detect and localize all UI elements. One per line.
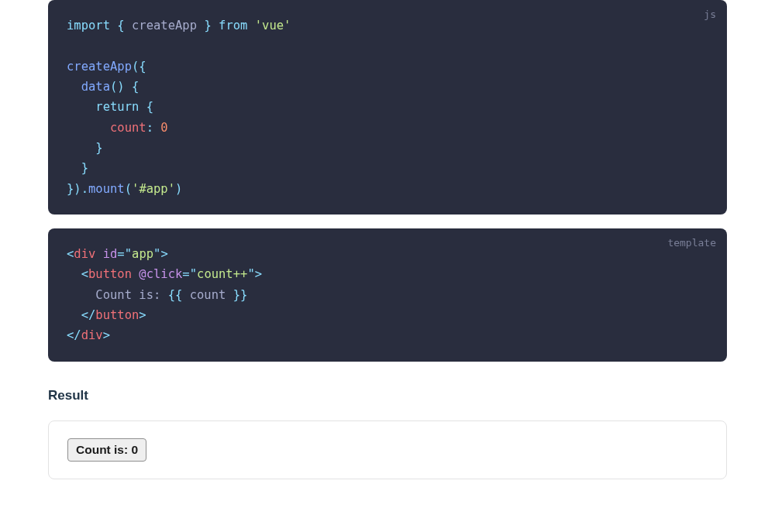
- result-box: Count is: 0: [48, 420, 727, 479]
- code-content-js: import { createApp } from 'vue' createAp…: [67, 15, 708, 199]
- code-lang-label-js: js: [704, 6, 716, 23]
- code-lang-label-template: template: [667, 235, 716, 252]
- result-heading: Result: [48, 388, 727, 403]
- code-content-template: <div id="app"> <button @click="count++">…: [67, 244, 708, 346]
- code-block-template: template <div id="app"> <button @click="…: [48, 228, 727, 362]
- count-button[interactable]: Count is: 0: [67, 438, 146, 462]
- code-block-js: js import { createApp } from 'vue' creat…: [48, 0, 727, 215]
